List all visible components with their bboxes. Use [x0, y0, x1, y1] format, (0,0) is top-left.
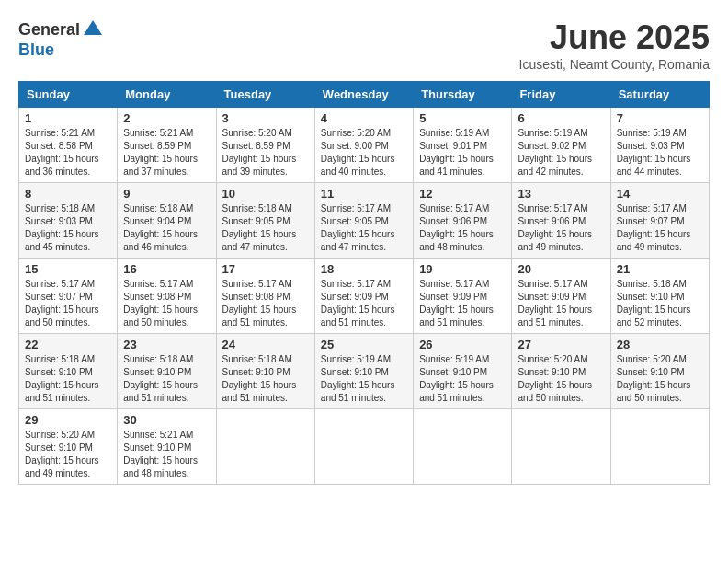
table-row: 22Sunrise: 5:18 AMSunset: 9:10 PMDayligh…	[19, 334, 118, 409]
day-info: Sunrise: 5:19 AMSunset: 9:10 PMDaylight:…	[321, 353, 407, 405]
table-row: 10Sunrise: 5:18 AMSunset: 9:05 PMDayligh…	[216, 183, 314, 259]
table-row	[216, 409, 314, 485]
table-row: 24Sunrise: 5:18 AMSunset: 9:10 PMDayligh…	[216, 334, 314, 409]
table-row: 27Sunrise: 5:20 AMSunset: 9:10 PMDayligh…	[512, 334, 610, 409]
table-row: 3Sunrise: 5:20 AMSunset: 8:59 PMDaylight…	[216, 108, 314, 183]
svg-marker-0	[84, 20, 102, 35]
col-friday: Friday	[512, 82, 610, 108]
day-number: 14	[617, 187, 703, 201]
day-info: Sunrise: 5:21 AMSunset: 8:58 PMDaylight:…	[25, 127, 111, 178]
day-number: 3	[222, 111, 309, 125]
day-info: Sunrise: 5:18 AMSunset: 9:10 PMDaylight:…	[25, 353, 111, 405]
day-number: 22	[25, 338, 111, 351]
day-info: Sunrise: 5:17 AMSunset: 9:06 PMDaylight:…	[419, 202, 506, 254]
calendar-header-row: Sunday Monday Tuesday Wednesday Thursday…	[19, 82, 710, 108]
table-row: 4Sunrise: 5:20 AMSunset: 9:00 PMDaylight…	[314, 108, 413, 183]
calendar-week-row: 15Sunrise: 5:17 AMSunset: 9:07 PMDayligh…	[19, 259, 710, 334]
title-area: June 2025 Icusesti, Neamt County, Romani…	[519, 18, 711, 72]
calendar: Sunday Monday Tuesday Wednesday Thursday…	[18, 81, 710, 485]
table-row: 25Sunrise: 5:19 AMSunset: 9:10 PMDayligh…	[314, 334, 413, 409]
col-monday: Monday	[118, 82, 216, 108]
table-row: 16Sunrise: 5:17 AMSunset: 9:08 PMDayligh…	[118, 259, 216, 334]
col-thursday: Thursday	[414, 82, 512, 108]
col-tuesday: Tuesday	[216, 82, 314, 108]
col-wednesday: Wednesday	[314, 82, 413, 108]
calendar-week-row: 22Sunrise: 5:18 AMSunset: 9:10 PMDayligh…	[19, 334, 710, 409]
day-number: 16	[123, 262, 210, 276]
table-row: 29Sunrise: 5:20 AMSunset: 9:10 PMDayligh…	[19, 409, 118, 485]
table-row: 9Sunrise: 5:18 AMSunset: 9:04 PMDaylight…	[118, 183, 216, 259]
table-row: 15Sunrise: 5:17 AMSunset: 9:07 PMDayligh…	[19, 259, 118, 334]
day-info: Sunrise: 5:17 AMSunset: 9:08 PMDaylight:…	[222, 278, 309, 329]
day-number: 24	[222, 338, 309, 351]
month-title: June 2025	[519, 18, 711, 57]
day-info: Sunrise: 5:17 AMSunset: 9:09 PMDaylight:…	[419, 278, 506, 329]
table-row: 2Sunrise: 5:21 AMSunset: 8:59 PMDaylight…	[118, 108, 216, 183]
day-info: Sunrise: 5:18 AMSunset: 9:10 PMDaylight:…	[222, 353, 309, 405]
table-row: 1Sunrise: 5:21 AMSunset: 8:58 PMDaylight…	[19, 108, 118, 183]
day-number: 19	[419, 262, 506, 276]
day-info: Sunrise: 5:20 AMSunset: 9:10 PMDaylight:…	[617, 353, 703, 405]
table-row: 8Sunrise: 5:18 AMSunset: 9:03 PMDaylight…	[19, 183, 118, 259]
day-info: Sunrise: 5:18 AMSunset: 9:04 PMDaylight:…	[123, 202, 210, 254]
table-row	[610, 409, 709, 485]
calendar-week-row: 1Sunrise: 5:21 AMSunset: 8:58 PMDaylight…	[19, 108, 710, 183]
table-row: 18Sunrise: 5:17 AMSunset: 9:09 PMDayligh…	[314, 259, 413, 334]
calendar-week-row: 8Sunrise: 5:18 AMSunset: 9:03 PMDaylight…	[19, 183, 710, 259]
day-number: 15	[25, 262, 111, 276]
day-number: 29	[25, 413, 111, 427]
table-row: 30Sunrise: 5:21 AMSunset: 9:10 PMDayligh…	[118, 409, 216, 485]
day-info: Sunrise: 5:17 AMSunset: 9:09 PMDaylight:…	[321, 278, 407, 329]
day-info: Sunrise: 5:19 AMSunset: 9:03 PMDaylight:…	[617, 127, 703, 178]
day-info: Sunrise: 5:17 AMSunset: 9:09 PMDaylight:…	[518, 278, 604, 329]
col-sunday: Sunday	[19, 82, 118, 108]
day-info: Sunrise: 5:19 AMSunset: 9:01 PMDaylight:…	[419, 127, 506, 178]
day-number: 10	[222, 187, 309, 201]
day-number: 6	[518, 111, 604, 125]
col-saturday: Saturday	[610, 82, 709, 108]
table-row: 21Sunrise: 5:18 AMSunset: 9:10 PMDayligh…	[610, 259, 709, 334]
table-row: 6Sunrise: 5:19 AMSunset: 9:02 PMDaylight…	[512, 108, 610, 183]
table-row	[414, 409, 512, 485]
table-row: 5Sunrise: 5:19 AMSunset: 9:01 PMDaylight…	[414, 108, 512, 183]
day-number: 17	[222, 262, 309, 276]
table-row: 26Sunrise: 5:19 AMSunset: 9:10 PMDayligh…	[414, 334, 512, 409]
day-info: Sunrise: 5:20 AMSunset: 9:10 PMDaylight:…	[25, 429, 111, 480]
day-info: Sunrise: 5:20 AMSunset: 8:59 PMDaylight:…	[222, 127, 309, 178]
table-row: 20Sunrise: 5:17 AMSunset: 9:09 PMDayligh…	[512, 259, 610, 334]
day-number: 23	[123, 338, 210, 351]
table-row: 14Sunrise: 5:17 AMSunset: 9:07 PMDayligh…	[610, 183, 709, 259]
day-number: 9	[123, 187, 210, 201]
day-number: 26	[419, 338, 506, 351]
day-number: 28	[617, 338, 703, 351]
day-info: Sunrise: 5:19 AMSunset: 9:02 PMDaylight:…	[518, 127, 604, 178]
table-row: 12Sunrise: 5:17 AMSunset: 9:06 PMDayligh…	[414, 183, 512, 259]
day-info: Sunrise: 5:17 AMSunset: 9:08 PMDaylight:…	[123, 278, 210, 329]
logo: General Blue	[18, 18, 104, 60]
day-number: 20	[518, 262, 604, 276]
day-number: 4	[321, 111, 407, 125]
day-number: 25	[321, 338, 407, 351]
day-number: 30	[123, 413, 210, 427]
table-row: 28Sunrise: 5:20 AMSunset: 9:10 PMDayligh…	[610, 334, 709, 409]
header: General Blue June 2025 Icusesti, Neamt C…	[18, 18, 710, 72]
day-info: Sunrise: 5:18 AMSunset: 9:10 PMDaylight:…	[123, 353, 210, 405]
day-info: Sunrise: 5:21 AMSunset: 8:59 PMDaylight:…	[123, 127, 210, 178]
day-info: Sunrise: 5:18 AMSunset: 9:05 PMDaylight:…	[222, 202, 309, 254]
day-number: 7	[617, 111, 703, 125]
table-row: 19Sunrise: 5:17 AMSunset: 9:09 PMDayligh…	[414, 259, 512, 334]
day-number: 13	[518, 187, 604, 201]
calendar-week-row: 29Sunrise: 5:20 AMSunset: 9:10 PMDayligh…	[19, 409, 710, 485]
logo-general-text: General	[18, 20, 80, 40]
day-info: Sunrise: 5:20 AMSunset: 9:10 PMDaylight:…	[518, 353, 604, 405]
day-info: Sunrise: 5:21 AMSunset: 9:10 PMDaylight:…	[123, 429, 210, 480]
day-info: Sunrise: 5:19 AMSunset: 9:10 PMDaylight:…	[419, 353, 506, 405]
day-number: 18	[321, 262, 407, 276]
day-number: 2	[123, 111, 210, 125]
table-row: 13Sunrise: 5:17 AMSunset: 9:06 PMDayligh…	[512, 183, 610, 259]
day-number: 11	[321, 187, 407, 201]
table-row: 11Sunrise: 5:17 AMSunset: 9:05 PMDayligh…	[314, 183, 413, 259]
day-number: 27	[518, 338, 604, 351]
day-info: Sunrise: 5:17 AMSunset: 9:07 PMDaylight:…	[617, 202, 703, 254]
day-info: Sunrise: 5:18 AMSunset: 9:03 PMDaylight:…	[25, 202, 111, 254]
